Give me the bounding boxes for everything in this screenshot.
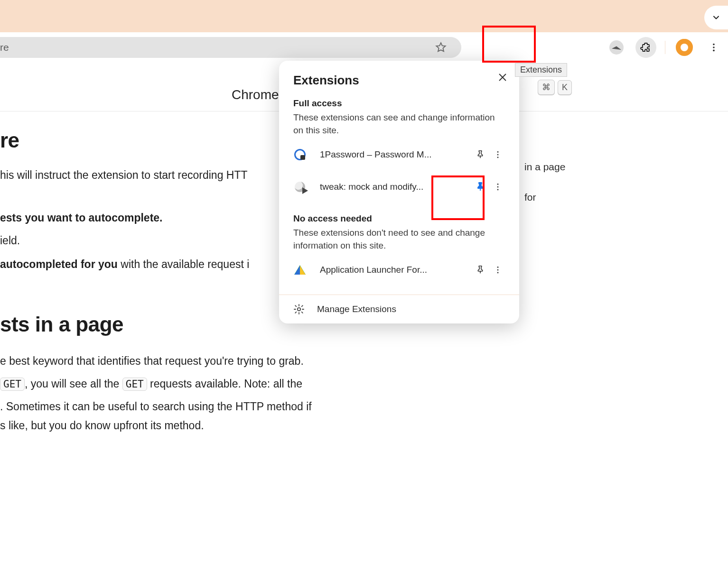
page-p4: autocompleted for you with the available… [0,256,249,273]
page-p6d: requests available. Note: all the [147,378,302,390]
page-h1-fragment: re [0,124,19,157]
omnibox[interactable]: re [0,37,461,58]
svg-point-6 [497,157,499,158]
page-p1: his will instruct the extension to start… [0,167,248,184]
page-h2-fragment: sts in a page [0,308,123,341]
brand-logo-button[interactable] [674,37,695,58]
vertical-dots-icon [709,42,719,53]
svg-point-3 [713,50,715,52]
omnibox-text: re [0,42,9,53]
top-banner [0,0,728,32]
svg-point-9 [497,189,499,191]
popup-section-heading-noaccess: No access needed [293,213,505,224]
extension-name: Application Launcher For... [320,265,470,275]
svg-point-2 [713,46,715,48]
toolbar-divider [665,41,665,54]
pin-icon [475,149,485,160]
extension-row-applauncher[interactable]: Application Launcher For... [293,256,505,284]
vertical-dots-icon [493,150,503,159]
extension-more-button[interactable] [491,265,505,275]
svg-point-7 [497,184,499,185]
tweak-icon [293,180,307,194]
page-p8: s like, but you do know upfront its meth… [0,417,204,434]
extension-row-tweak[interactable]: tweak: mock and modify... [293,173,505,201]
pin-filled-icon [475,181,486,193]
popup-section-desc-full: These extensions can see and change info… [293,111,505,137]
vertical-dots-icon [493,265,503,275]
page-p6b: , you will see all the [25,378,122,390]
popup-close-button[interactable] [497,72,508,83]
keyboard-shortcut-group: ⌘ K [538,80,572,95]
page-p4-rest: with the available request i [121,258,249,270]
extensions-button[interactable] [635,37,656,58]
svg-point-5 [497,154,499,156]
right-snippet-2: for [524,192,565,203]
extension-more-button[interactable] [491,150,505,159]
extensions-popup: Extensions Full access These extensions … [279,61,519,323]
close-icon [497,72,508,83]
profile-avatar[interactable] [606,37,627,58]
pin-button-active[interactable] [470,181,491,193]
code-get-2: GET [122,378,147,391]
pin-button[interactable] [470,149,491,160]
banner-expand-button[interactable] [704,6,728,29]
browser-more-button[interactable] [703,37,724,58]
manage-extensions-label: Manage Extensions [317,304,396,314]
svg-point-13 [298,308,300,311]
profile-icon [609,40,624,55]
pin-icon [475,265,485,275]
page-p3: ield. [0,232,20,249]
svg-point-12 [497,272,499,274]
manage-extensions-button[interactable]: Manage Extensions [279,295,519,323]
onepassword-icon [293,148,307,161]
chevron-down-icon [711,13,721,22]
extension-name: tweak: mock and modify... [320,182,470,192]
popup-section-heading-full: Full access [293,98,505,109]
vertical-dots-icon [493,182,503,192]
page-p6: GET, you will see all the GET requests a… [0,376,302,393]
extension-row-1password[interactable]: 1Password – Password M... [293,140,505,169]
kbd-k: K [558,80,572,95]
svg-point-8 [497,186,499,188]
kbd-cmd: ⌘ [538,80,555,95]
gdrive-icon [293,263,307,277]
page-p2: ests you want to autocomplete. [0,210,163,227]
popup-section-desc-noaccess: These extensions don't need to see and c… [293,227,505,252]
svg-point-4 [497,151,499,153]
brand-logo-icon [676,39,693,56]
popup-title: Extensions [293,73,505,88]
svg-point-11 [497,269,499,271]
right-text-snippets: in a page for [524,161,565,203]
page-p4-bold: autocompleted for you [0,258,121,270]
puzzle-icon [640,42,652,53]
page-header-partial: Chrome [232,87,279,102]
gear-icon [293,304,305,315]
svg-point-10 [497,267,499,268]
page-p7: . Sometimes it can be useful to search u… [0,398,312,415]
page-p5: e best keyword that identifies that requ… [0,353,304,370]
svg-point-1 [713,44,715,46]
right-snippet-1: in a page [524,161,565,173]
extensions-tooltip: Extensions [515,63,567,77]
star-icon[interactable] [435,41,447,54]
pin-button[interactable] [470,265,491,275]
extension-more-button[interactable] [491,182,505,192]
extension-name: 1Password – Password M... [320,149,470,160]
toolbar [606,37,728,58]
code-get-1: GET [0,378,25,391]
